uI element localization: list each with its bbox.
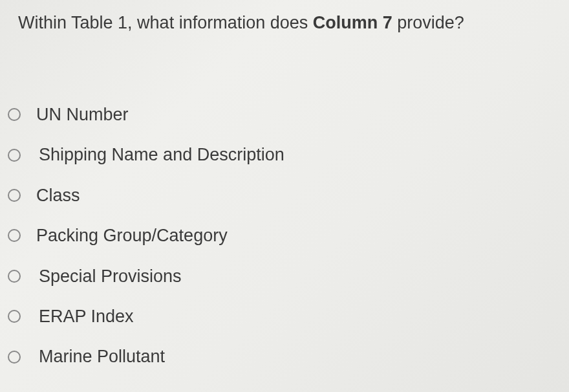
question-prefix: Within Table 1, what information does [18,13,313,32]
option-label: ERAP Index [39,306,134,327]
option-class[interactable]: Class [8,185,569,206]
question-container: Within Table 1, what information does Co… [0,0,569,34]
option-erap-index[interactable]: ERAP Index [8,306,569,327]
radio-icon[interactable] [8,149,21,162]
option-label: Shipping Name and Description [39,144,284,165]
option-shipping-name[interactable]: Shipping Name and Description [8,144,569,165]
radio-icon[interactable] [8,310,21,323]
option-label: Special Provisions [39,266,182,287]
option-special-provisions[interactable]: Special Provisions [8,266,569,287]
option-label: Packing Group/Category [36,225,228,246]
option-marine-pollutant[interactable]: Marine Pollutant [8,346,569,367]
radio-icon[interactable] [8,270,21,283]
option-label: Marine Pollutant [39,346,165,367]
radio-icon[interactable] [8,108,21,121]
question-suffix: provide? [392,13,464,32]
option-packing-group[interactable]: Packing Group/Category [8,225,569,246]
question-bold: Column 7 [313,13,392,32]
radio-icon[interactable] [8,229,21,242]
options-list: UN Number Shipping Name and Description … [0,104,569,367]
question-text: Within Table 1, what information does Co… [18,12,551,34]
option-un-number[interactable]: UN Number [8,104,569,125]
radio-icon[interactable] [8,189,21,202]
option-label: UN Number [36,104,129,125]
radio-icon[interactable] [8,351,21,364]
option-label: Class [36,185,80,206]
